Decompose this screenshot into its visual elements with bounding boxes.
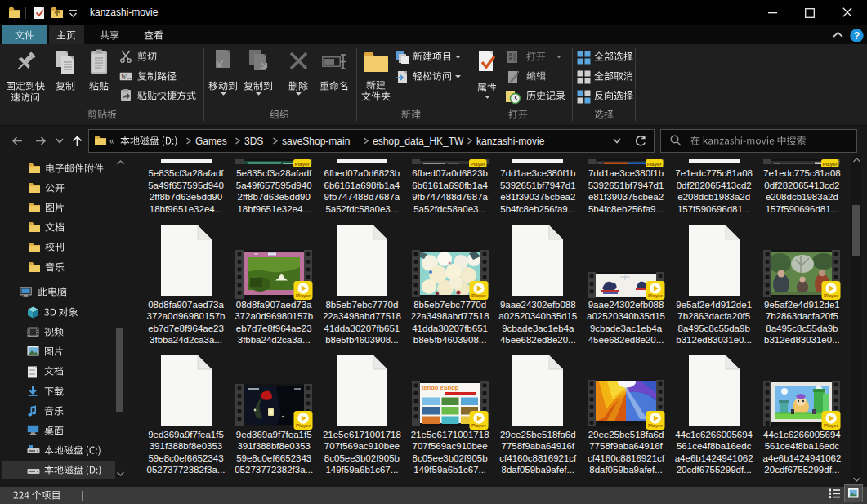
- svg-text:Player: Player: [646, 162, 662, 167]
- svg-text:Player: Player: [471, 162, 486, 167]
- svg-text:tendo eShop: tendo eShop: [422, 384, 459, 391]
- svg-text:Player: Player: [647, 423, 663, 428]
- svg-text:?: ?: [854, 30, 860, 42]
- svg-text:Player: Player: [647, 293, 663, 298]
- svg-text:Player: Player: [471, 293, 487, 298]
- svg-text:Player: Player: [296, 293, 311, 298]
- svg-text:Player: Player: [296, 423, 311, 428]
- svg-text:Player: Player: [471, 423, 487, 428]
- svg-text:Player: Player: [823, 162, 838, 167]
- svg-text:Player: Player: [824, 293, 839, 298]
- svg-text:Player: Player: [824, 423, 839, 428]
- svg-text:Player: Player: [294, 162, 310, 167]
